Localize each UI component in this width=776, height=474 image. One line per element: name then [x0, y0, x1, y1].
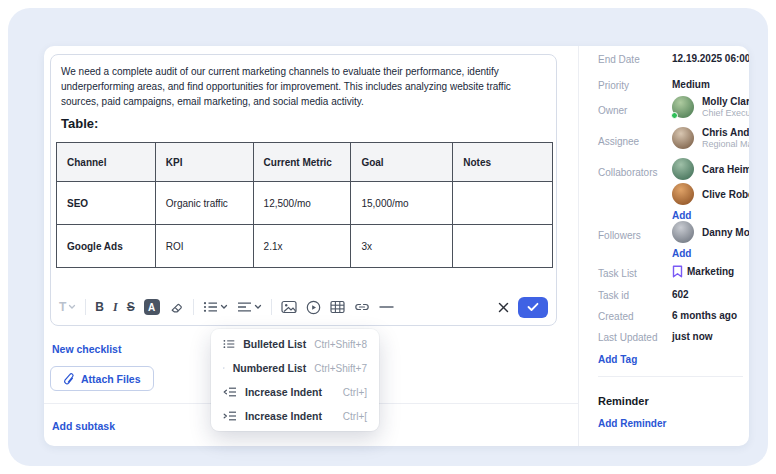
menu-item-label: Increase Indent	[245, 410, 335, 422]
collaborators-label: Collaborators	[598, 167, 657, 178]
cell-notes	[453, 182, 553, 225]
insert-image-button[interactable]	[281, 298, 297, 316]
table-header-row: Channel KPI Current Metric Goal Notes	[57, 143, 553, 182]
add-subtask-link[interactable]: Add subtask	[52, 420, 115, 432]
menu-item-bulleted-list[interactable]: Bulleted List Ctrl+Shift+8	[211, 332, 379, 356]
col-kpi: KPI	[155, 143, 253, 182]
created-label: Created	[598, 311, 634, 322]
owner-label: Owner	[598, 105, 627, 116]
numbered-list-icon: 12	[223, 361, 225, 375]
menu-item-shortcut: Ctrl+Shift+7	[314, 363, 367, 374]
avatar	[672, 221, 694, 243]
list-options-menu: Bulleted List Ctrl+Shift+8 12 Numbered L…	[211, 329, 379, 431]
owner-role: Chief Execut	[702, 108, 749, 118]
highlight-icon: A	[144, 299, 160, 315]
last-updated-value: just now	[672, 331, 713, 342]
avatar	[672, 96, 694, 118]
menu-item-shortcut: Ctrl+[	[343, 411, 367, 422]
sidebar-divider	[598, 376, 743, 377]
assignee-person[interactable]: Chris Ander Regional Ma	[672, 127, 749, 149]
last-updated-label: Last Updated	[598, 332, 658, 343]
toolbar-divider	[193, 299, 194, 315]
cell-channel: SEO	[57, 182, 156, 225]
list-menu-button[interactable]	[203, 298, 228, 316]
assignee-label: Assignee	[598, 136, 639, 147]
add-reminder-link[interactable]: Add Reminder	[598, 418, 666, 429]
menu-item-numbered-list[interactable]: 12 Numbered List Ctrl+Shift+7	[211, 356, 379, 380]
collaborator-name: Cara Heima	[702, 164, 749, 175]
toolbar-divider	[271, 299, 272, 315]
cell-goal: 3x	[351, 225, 453, 268]
cell-kpi: Organic traffic	[155, 182, 253, 225]
link-icon	[354, 300, 370, 314]
priority-value[interactable]: Medium	[672, 79, 710, 90]
highlight-button[interactable]: A	[144, 298, 160, 316]
menu-item-increase-indent[interactable]: Increase Indent Ctrl+]	[211, 380, 379, 404]
owner-name: Molly Clark	[702, 96, 749, 107]
cell-notes	[453, 225, 553, 268]
clear-formatting-button[interactable]	[169, 298, 184, 316]
table-row: SEO Organic traffic 12,500/mo 15,000/mo	[57, 182, 553, 225]
col-current-metric: Current Metric	[253, 143, 351, 182]
editor-toolbar: T B I S A	[59, 294, 548, 320]
text-style-button[interactable]: T	[59, 298, 76, 316]
bookmark-icon	[672, 265, 683, 278]
priority-label: Priority	[598, 80, 629, 91]
end-date-value[interactable]: 12.19.2025 06:00	[672, 53, 749, 64]
col-goal: Goal	[351, 143, 453, 182]
menu-item-shortcut: Ctrl+Shift+8	[314, 339, 367, 350]
paperclip-icon	[63, 372, 75, 386]
bulleted-list-icon	[223, 337, 235, 351]
marketing-table: Channel KPI Current Metric Goal Notes SE…	[56, 142, 553, 268]
strikethrough-button[interactable]: S	[127, 298, 135, 316]
menu-item-increase-indent[interactable]: Increase Indent Ctrl+[	[211, 404, 379, 428]
new-checklist-link[interactable]: New checklist	[52, 343, 121, 355]
follower-person[interactable]: Danny Morg	[672, 221, 749, 243]
assignee-role: Regional Ma	[702, 139, 749, 149]
horizontal-rule-icon	[379, 305, 394, 309]
chevron-down-icon	[68, 304, 76, 310]
menu-item-label: Bulleted List	[243, 338, 306, 350]
insert-video-button[interactable]	[306, 298, 321, 316]
cell-current: 2.1x	[253, 225, 351, 268]
task-detail-card: We need a complete audit of our current …	[44, 46, 749, 446]
avatar	[672, 183, 694, 205]
table-heading: Table:	[61, 116, 556, 131]
chevron-down-icon	[220, 304, 228, 310]
col-channel: Channel	[57, 143, 156, 182]
table-icon	[330, 300, 345, 314]
toolbar-divider	[85, 299, 86, 315]
checkmark-icon	[527, 302, 539, 312]
bulleted-list-icon	[203, 300, 218, 314]
description-editor[interactable]: We need a complete audit of our current …	[50, 54, 557, 326]
reminder-heading: Reminder	[598, 395, 649, 407]
collaborator-person[interactable]: Clive Rober	[672, 183, 749, 205]
task-list-value-row[interactable]: Marketing	[672, 265, 734, 278]
bold-button[interactable]: B	[95, 298, 104, 316]
cell-channel: Google Ads	[57, 225, 156, 268]
eraser-icon	[169, 300, 184, 314]
horizontal-rule-button[interactable]	[379, 298, 394, 316]
insert-link-button[interactable]	[354, 298, 370, 316]
owner-person[interactable]: Molly Clark Chief Execut	[672, 96, 749, 118]
save-description-button[interactable]	[518, 297, 548, 318]
close-icon	[498, 302, 509, 313]
description-text: We need a complete audit of our current …	[51, 55, 556, 109]
attach-files-button[interactable]: Attach Files	[50, 366, 154, 391]
video-icon	[306, 300, 321, 315]
task-list-value: Marketing	[687, 266, 734, 277]
image-icon	[281, 300, 297, 314]
cancel-editing-button[interactable]	[498, 298, 509, 316]
italic-button[interactable]: I	[113, 298, 118, 316]
cell-goal: 15,000/mo	[351, 182, 453, 225]
task-id-value: 602	[672, 289, 689, 300]
add-follower-link[interactable]: Add	[672, 248, 691, 259]
collaborator-name: Clive Rober	[702, 189, 749, 200]
add-collaborator-link[interactable]: Add	[672, 210, 691, 221]
indent-icon	[223, 409, 237, 423]
add-tag-link[interactable]: Add Tag	[598, 354, 637, 365]
attach-files-label: Attach Files	[81, 373, 141, 385]
collaborator-person[interactable]: Cara Heima	[672, 158, 749, 180]
insert-table-button[interactable]	[330, 298, 345, 316]
alignment-menu-button[interactable]	[237, 298, 262, 316]
